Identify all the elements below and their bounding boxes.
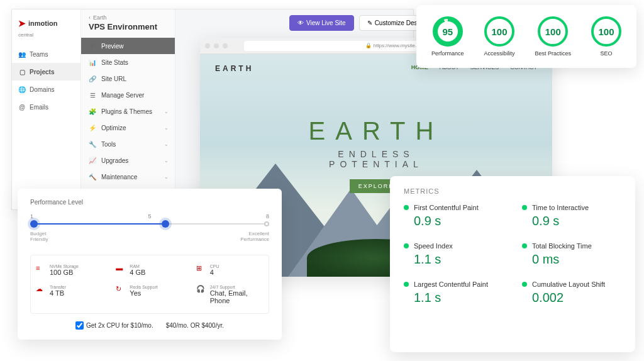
stats-icon: 📊 (89, 58, 96, 66)
side-maintenance[interactable]: 🔨Maintenance⌄ (81, 169, 175, 185)
slider-label-lo: Budget Friendly (30, 231, 48, 242)
slider-label-hi: Excellent Performance (240, 231, 269, 242)
optimize-icon: ⚡ (89, 124, 96, 131)
logo-column: ➤ inmotion central 👥Teams ▢Projects 🌐Dom… (12, 9, 81, 209)
slider-handle[interactable] (30, 220, 38, 228)
window-dot (223, 43, 228, 48)
chevron-down-icon: ⌄ (164, 174, 169, 180)
metrics-grid: First Contentful Paint0.9 s Time to Inte… (404, 204, 621, 305)
score-seo: 100 SEO (591, 16, 621, 57)
site-logo: EARTH (215, 64, 253, 73)
server-icon: ☰ (89, 91, 96, 99)
sidebar: ‹Earth VPS Environment 👁Preview 📊Site St… (81, 9, 175, 209)
tools-icon: 🔧 (89, 140, 96, 148)
metric-lcp: Largest Contentful Paint1.1 s (404, 280, 503, 305)
metrics-title: METRICS (404, 187, 621, 195)
brand-name: inmotion (28, 19, 57, 27)
spec-redis: ↻Redis SupportYes (116, 285, 183, 304)
price-text: $40/mo. OR $400/yr. (166, 322, 224, 329)
perf-slider[interactable]: 158 Budget FriendlyExcellent Performance (30, 213, 269, 242)
metric-si: Speed Index1.1 s (404, 242, 503, 267)
storage-icon: ≡ (36, 264, 45, 273)
environment-title: VPS Environment (81, 22, 175, 38)
slider-end (264, 221, 269, 226)
lighthouse-scores: 95 Performance 100 Accessibility 100 Bes… (416, 5, 636, 68)
perf-title: Performance Level (30, 199, 269, 206)
spec-cpu: ⊞CPU4 (196, 264, 264, 276)
support-icon: 🎧 (196, 285, 205, 294)
domains-icon: 🌐 (18, 86, 26, 93)
maintenance-icon: 🔨 (89, 173, 96, 181)
main-nav: 👥Teams ▢Projects 🌐Domains @Emails (12, 45, 80, 116)
side-upgrades[interactable]: 📈Upgrades⌄ (81, 152, 175, 169)
side-url[interactable]: 🔗Site URL (81, 70, 175, 87)
side-preview[interactable]: 👁Preview (81, 38, 175, 54)
nav-teams[interactable]: 👥Teams (12, 45, 80, 63)
chevron-down-icon: ⌄ (164, 109, 169, 114)
nav-projects[interactable]: ▢Projects (12, 63, 80, 81)
transfer-icon: ☁ (36, 285, 45, 294)
chevron-down-icon: ⌄ (164, 125, 169, 131)
pricing-row: Get 2x CPU for $10/mo. $40/mo. OR $400/y… (30, 321, 269, 330)
bullet-icon (404, 243, 409, 248)
spec-transfer: ☁Transfer4 TB (36, 285, 103, 304)
bullet-icon (522, 282, 527, 287)
breadcrumb[interactable]: ‹Earth (81, 9, 175, 22)
metric-cls: Cumulative Layout Shift0.002 (522, 280, 621, 305)
side-optimize[interactable]: ⚡Optimize⌄ (81, 119, 175, 136)
view-live-site-button[interactable]: 👁View Live Site (289, 15, 354, 31)
chevron-down-icon: ⌄ (164, 158, 169, 164)
side-tools[interactable]: 🔧Tools⌄ (81, 136, 175, 152)
score-ring: 100 (538, 16, 568, 47)
side-nav: 👁Preview 📊Site Stats 🔗Site URL ☰Manage S… (81, 38, 175, 201)
url-icon: 🔗 (89, 75, 96, 82)
bullet-icon (404, 282, 409, 287)
logo-arrow-icon: ➤ (18, 18, 26, 28)
edit-icon: ✎ (367, 19, 372, 26)
plugins-icon: 🧩 (89, 108, 96, 115)
upgrades-icon: 📈 (89, 157, 96, 164)
side-server[interactable]: ☰Manage Server (81, 87, 175, 103)
hero-title: EARTH (288, 117, 464, 145)
bullet-icon (522, 205, 527, 210)
brand-subtitle: central (12, 32, 80, 45)
nav-domains[interactable]: 🌐Domains (12, 81, 80, 98)
metrics-card: METRICS First Contentful Paint0.9 s Time… (390, 176, 635, 352)
emails-icon: @ (18, 103, 26, 111)
hero-subtitle: ENDLESS POTENTIAL (288, 149, 464, 169)
spec-support: 🎧24/7 SupportChat, Email, Phone (196, 285, 264, 304)
cpu-icon: ⊞ (196, 264, 205, 273)
window-dot (205, 43, 210, 48)
score-performance: 95 Performance (431, 16, 464, 57)
redis-icon: ↻ (116, 285, 125, 294)
bullet-icon (404, 205, 409, 210)
window-dot (214, 43, 219, 48)
score-ring: 95 (433, 16, 463, 47)
nav-emails[interactable]: @Emails (12, 98, 80, 116)
projects-icon: ▢ (18, 68, 26, 75)
chevron-down-icon: ⌄ (164, 142, 169, 147)
bullet-icon (522, 243, 527, 248)
teams-icon: 👥 (18, 50, 26, 58)
metric-fcp: First Contentful Paint0.9 s (404, 204, 503, 228)
back-icon: ‹ (89, 14, 91, 21)
spec-storage: ≡NVMe Storage100 GB (36, 264, 103, 276)
score-ring: 100 (484, 16, 514, 47)
side-plugins[interactable]: 🧩Plugins & Themes⌄ (81, 103, 175, 119)
metric-tbt: Total Blocking Time0 ms (522, 242, 621, 267)
specs-grid: ≡NVMe Storage100 GB ▬RAM4 GB ⊞CPU4 ☁Tran… (30, 255, 269, 314)
top-actions: 👁View Live Site ✎Customize Design (289, 15, 434, 31)
eye-icon: 👁 (297, 19, 304, 26)
metric-tti: Time to Interactive0.9 s (522, 204, 621, 228)
score-accessibility: 100 Accessibility (484, 16, 514, 57)
brand-logo: ➤ inmotion (12, 9, 80, 32)
ram-icon: ▬ (116, 264, 125, 273)
slider-handle[interactable] (162, 220, 169, 228)
cpu-upsell-checkbox[interactable]: Get 2x CPU for $10/mo. (75, 321, 153, 330)
score-ring: 100 (591, 16, 621, 47)
preview-icon: 👁 (89, 42, 96, 50)
side-stats[interactable]: 📊Site Stats (81, 54, 175, 70)
score-best-practices: 100 Best Practices (535, 16, 571, 57)
spec-ram: ▬RAM4 GB (116, 264, 183, 276)
performance-level-card: Performance Level 158 Budget FriendlyExc… (18, 189, 282, 340)
